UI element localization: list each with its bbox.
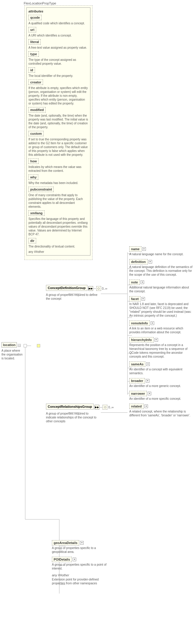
any-other-bottom-label: any ##other — [52, 573, 69, 577]
right-item-narrower: narrower + An identifier of a more speci… — [129, 391, 193, 401]
how-box: how — [28, 158, 39, 164]
qcode-box: qcode — [28, 15, 42, 20]
bottom-item-geoarea: geoAreaDetails + A group of properties s… — [52, 540, 111, 554]
hierarchyinfo-box: hierarchyInfo — [129, 337, 154, 342]
modified-box: modified — [28, 107, 46, 112]
location-label-box: location — [1, 342, 17, 348]
related-box: related — [129, 404, 144, 409]
attributes-label: attributes — [28, 9, 88, 13]
xmllang-desc: Specifies the language of this property … — [28, 217, 88, 236]
remoteinfo-box: remoteInfo — [129, 321, 150, 326]
field-custom: custom If set to true the corresponding … — [28, 131, 88, 157]
name-desc: A natural language name for the concept. — [129, 252, 193, 256]
concept-def-group-desc: A group of properties required to define… — [46, 293, 98, 301]
sequence-icon-2: ▶▶ — [95, 405, 99, 410]
related-desc: A related concept, where the relationshi… — [129, 410, 193, 417]
dir-box: dir — [28, 238, 36, 243]
field-why: why Why the metadata has been included. — [28, 175, 88, 185]
bottom-item-poi: POIDetails + A group of properties speci… — [52, 557, 111, 570]
geoarea-plus-icon[interactable]: + — [80, 541, 84, 545]
name-box: name — [129, 246, 141, 252]
concept-def-connector: ▶▶ — ⬡ — [88, 286, 101, 291]
how-desc: Indicates by which means the value was e… — [28, 165, 88, 173]
field-xmllang: xmllang Specifies the language of this p… — [28, 210, 88, 236]
concept-rel-cardinality: 0..∞ — [108, 406, 114, 409]
field-dir: dir The directionality of textual conten… — [28, 238, 88, 248]
main-container: FlexLocationPropType attributes qcode A … — [0, 0, 196, 644]
bottom-items-panel: geoAreaDetails + A group of properties s… — [52, 540, 111, 588]
field-type: type The type of the concept assigned as… — [28, 51, 88, 66]
why-desc: Why the metadata has been included. — [28, 181, 88, 185]
field-creator: creator If the attribute is empty, speci… — [28, 80, 88, 105]
literal-desc: A free-text value assigned as property v… — [28, 46, 88, 50]
choice-icon: ⬡ — [96, 286, 101, 291]
dir-desc: The directionality of textual content. — [28, 245, 88, 248]
qcode-desc: A qualified code which identifies a conc… — [28, 21, 88, 25]
sameas-plus-icon[interactable]: + — [146, 362, 150, 366]
concept-def-group-label: ConceptDefinitionGroup — [48, 286, 86, 290]
broader-plus-icon[interactable]: + — [146, 379, 149, 383]
any-other-label: any ##other — [28, 250, 88, 253]
name-plus-icon[interactable]: + — [142, 247, 146, 251]
any-other-bottom-desc: Extension point for provider-defined pro… — [52, 578, 111, 585]
poi-plus-icon[interactable]: + — [73, 558, 76, 561]
choice-icon-2: ⬡ — [103, 405, 107, 410]
right-item-broader: broader + An identifier of a more generi… — [129, 378, 193, 388]
id-box: id — [28, 67, 35, 73]
remoteinfo-desc: A link to an item or a web resource whic… — [129, 326, 193, 334]
concept-definition-group-section: ConceptDefinitionGroup ▶▶ — ⬡ 0..∞ A gro… — [46, 285, 98, 301]
geoarea-desc: A group of properties specific to a geop… — [52, 546, 111, 554]
right-item-note: note + Additional natural language infor… — [129, 280, 193, 293]
right-item-name: name + A natural language name for the c… — [129, 246, 193, 256]
related-plus-icon[interactable]: + — [144, 405, 148, 408]
type-desc: The type of the concept assigned as cont… — [28, 58, 88, 66]
field-pubconstraint: pubconstraint One of many constraints th… — [28, 187, 88, 209]
page-title: FlexLocationPropType — [24, 1, 56, 5]
narrower-plus-icon[interactable]: + — [148, 392, 151, 395]
id-desc: The local identifier of the property. — [28, 74, 88, 78]
custom-box: custom — [28, 131, 44, 136]
broader-desc: An identifier of a more generic concept. — [129, 384, 193, 388]
concept-rel-group-box: ConceptRelationshipsGroup — [46, 404, 94, 410]
sequence-icon: ▶▶ — [88, 286, 93, 291]
geoarea-box: geoAreaDetails — [52, 540, 79, 545]
field-uri: uri A URI which identifies a concept. — [28, 27, 88, 37]
right-item-related: related + A related concept, where the r… — [129, 404, 193, 417]
location-desc: A place where the organisation is locate… — [1, 349, 25, 360]
pubconstraint-desc: One of many constraints that apply to pu… — [28, 193, 88, 209]
definition-box: definition — [129, 259, 148, 264]
why-box: why — [28, 175, 38, 180]
uri-box: uri — [28, 27, 36, 32]
concept-def-group-box: ConceptDefinitionGroup — [46, 285, 87, 291]
right-item-definition: definition + A natural language definiti… — [129, 259, 193, 277]
concept-rel-group-label: ConceptRelationshipsGroup — [48, 405, 92, 408]
modified-desc: The date (and, optionally, the time) whe… — [28, 114, 88, 129]
field-qcode: qcode A qualified code which identifies … — [28, 15, 88, 25]
concept-rel-group-desc: A group of properties required to indica… — [46, 412, 98, 423]
location-expand-icon[interactable]: □ — [18, 344, 21, 347]
right-item-facet: facet + In NAR 1.8 and later, facet is d… — [129, 296, 193, 318]
facet-plus-icon[interactable]: + — [141, 297, 145, 301]
concept-rel-connector: ▶▶ — ⬡ — [95, 405, 107, 410]
concept-relationships-group-section: ConceptRelationshipsGroup ▶▶ — ⬡ 0..∞ A … — [46, 404, 98, 423]
hierarchyinfo-plus-icon[interactable]: + — [154, 338, 158, 342]
remoteinfo-plus-icon[interactable]: + — [151, 321, 154, 325]
sameas-desc: An identifier of a concept with equivale… — [129, 367, 193, 375]
right-item-sameas: sameAs + An identifier of a concept with… — [129, 361, 193, 375]
narrower-desc: An identifier of a more specific concept… — [129, 397, 193, 401]
uri-desc: A URI which identifies a concept. — [28, 34, 88, 37]
xmllang-box: xmllang — [28, 210, 44, 216]
pubconstraint-box: pubconstraint — [28, 187, 54, 192]
concept-def-cardinality: 0..∞ — [102, 287, 107, 290]
field-literal: literal A free-text value assigned as pr… — [28, 39, 88, 50]
location-section: location □ A place where the organisatio… — [1, 342, 25, 360]
custom-desc: If set to true the corresponding propert… — [28, 137, 88, 157]
poi-box: POIDetails — [52, 557, 72, 562]
hierarchyinfo-desc: Represents the position of a concept in … — [129, 343, 193, 359]
cardinality-label: — — [93, 287, 96, 290]
right-item-remoteinfo: remoteInfo + A link to an item or a web … — [129, 321, 193, 334]
note-plus-icon[interactable]: + — [141, 280, 144, 284]
definition-plus-icon[interactable]: + — [149, 260, 152, 264]
right-items-panel: name + A natural language name for the c… — [129, 246, 193, 420]
facet-desc: In NAR 1.8 and later, facet is deprecate… — [129, 302, 193, 318]
